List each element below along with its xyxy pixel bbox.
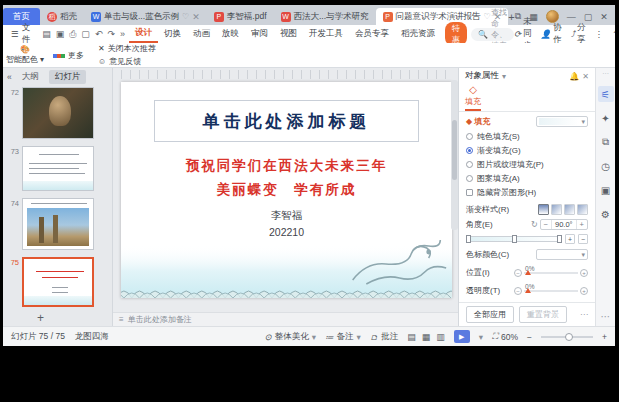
gradient-stops-slider[interactable]: + − [466, 234, 588, 244]
zoom-slider[interactable] [541, 336, 593, 338]
play-options-icon[interactable]: ▾ [479, 332, 483, 342]
menu-view[interactable]: 视图 [274, 26, 303, 42]
slide-body-text[interactable]: 预祝同学们在西法大未来三年 美丽蝶变 学有所成 [121, 154, 452, 202]
slider-handle[interactable] [525, 270, 531, 275]
overflow-chevron-icon[interactable]: » [120, 29, 125, 39]
zoom-out-button[interactable]: − [527, 332, 532, 342]
tab-document-2[interactable]: W 西法大...与学术研究 [274, 8, 376, 25]
gradient-stop-handle[interactable] [512, 235, 517, 243]
pin-bell-icon[interactable]: 🔔 [569, 72, 579, 81]
redo-icon[interactable]: ↷ [107, 29, 115, 39]
add-gradient-stop-button[interactable]: + [565, 234, 575, 244]
image-tool-icon[interactable]: ▣ [598, 182, 614, 198]
position-slider[interactable]: − 0% + [514, 269, 588, 277]
tab-active-presentation[interactable]: P 问题意识学术演讲报告 ♡ ✕ [376, 8, 509, 25]
remove-gradient-stop-button[interactable]: − [578, 234, 588, 244]
title-placeholder-box[interactable]: 单击此处添加标题 [154, 100, 419, 142]
new-slide-button[interactable]: + [37, 311, 44, 325]
fill-tab[interactable]: ◇ 填充 [465, 84, 481, 111]
command-search[interactable]: 🔍 查找命令、搜索模板 [471, 28, 514, 41]
more-tools-icon[interactable]: ⋯ [601, 311, 611, 322]
slide-72-thumbnail[interactable] [22, 87, 94, 139]
transparency-slider[interactable]: − 0% + [514, 287, 588, 295]
close-recommendation-button[interactable]: ✕ 关闭本次推荐 [98, 43, 156, 54]
gradient-stop-handle[interactable] [466, 235, 471, 243]
close-panel-icon[interactable]: ✕ [582, 72, 589, 81]
fill-option-picture[interactable]: 图片或纹理填充(P) [466, 159, 588, 170]
reset-background-button[interactable]: 重置背景 [519, 306, 567, 323]
help-clock-icon[interactable]: ◷ [598, 158, 614, 174]
gradient-track[interactable] [466, 236, 562, 242]
tab-pdf[interactable]: P 李智福.pdf [207, 8, 274, 25]
slide-editor[interactable]: 单击此处添加标题 预祝同学们在西法大未来三年 美丽蝶变 学有所成 李智福 202… [121, 82, 452, 298]
undo-icon[interactable]: ↶ [95, 29, 103, 39]
smart-color-button[interactable]: 🎨 智能配色 ▾ [3, 45, 47, 65]
angle-increase-button[interactable]: + [576, 220, 587, 229]
gradient-radial-button[interactable] [551, 204, 562, 215]
fill-option-solid[interactable]: 纯色填充(S) [466, 131, 588, 142]
menu-member[interactable]: 会员专享 [349, 26, 395, 42]
decrease-icon[interactable]: − [514, 269, 522, 277]
collapse-panel-icon[interactable]: « [7, 72, 12, 82]
hide-background-checkbox[interactable]: 隐藏背景图形(H) [466, 187, 588, 198]
notes-bar[interactable]: ≡ 单击此处添加备注 [113, 312, 458, 326]
normal-view-icon[interactable]: ▤ [407, 332, 416, 342]
menu-slideshow[interactable]: 放映 [216, 26, 245, 42]
menu-animation[interactable]: 动画 [187, 26, 216, 42]
gradient-stop-handle[interactable] [557, 235, 562, 243]
angle-value[interactable]: 90.0° [552, 220, 576, 229]
gradient-path-button[interactable] [577, 204, 588, 215]
fill-option-pattern[interactable]: 图案填充(A) [466, 173, 588, 184]
menu-docer-resources[interactable]: 稻壳资源 [395, 26, 441, 42]
slider-handle[interactable] [525, 288, 531, 293]
reading-view-icon[interactable]: ▥ [436, 332, 445, 342]
rotate-icon[interactable]: ↻ [531, 220, 538, 229]
more-schemes-button[interactable]: 更多 [53, 50, 84, 61]
menu-transitions[interactable]: 切换 [158, 26, 187, 42]
slides-tab[interactable]: 幻灯片 [49, 70, 87, 84]
zoom-fit-button[interactable]: ⛶ 60% [492, 331, 518, 342]
close-tab-icon[interactable]: ✕ [192, 12, 200, 22]
tab-docer[interactable]: 稻 稻壳 [40, 8, 84, 25]
output-icon[interactable]: ▣ [56, 29, 65, 39]
angle-spinner[interactable]: − 90.0° + [540, 219, 588, 230]
increase-icon[interactable]: + [580, 287, 588, 295]
gradient-linear-button[interactable] [538, 204, 549, 215]
zoom-in-button[interactable]: + [602, 332, 607, 342]
drag-handle-icon[interactable]: ⋯ [602, 70, 609, 78]
zoom-slider-handle[interactable] [565, 333, 573, 341]
settings-gear-icon[interactable]: ⚙ [598, 206, 614, 222]
apply-to-all-button[interactable]: 全部应用 [466, 306, 514, 323]
slide-sorter-view-icon[interactable]: ▦ [422, 332, 431, 342]
preview-icon[interactable]: ▢ [81, 29, 90, 39]
angle-decrease-button[interactable]: − [541, 220, 552, 229]
fill-color-dropdown[interactable]: ▾ [536, 116, 588, 127]
increase-icon[interactable]: + [580, 269, 588, 277]
slide-75-thumbnail-selected[interactable] [22, 257, 94, 307]
tab-document-1[interactable]: W 单击与级...蓝色示例 ♡ ✕ [84, 8, 207, 25]
menu-design[interactable]: 设计 [129, 25, 158, 43]
slide-74-thumbnail[interactable] [22, 198, 94, 250]
feedback-button[interactable]: ☺ 意见反馈 [98, 56, 156, 67]
play-slideshow-button[interactable]: ▶ [454, 330, 470, 343]
fill-option-gradient[interactable]: 渐变填充(G) [466, 145, 588, 156]
object-properties-icon[interactable]: ⚟ [598, 86, 614, 102]
outline-tab[interactable]: 大纲 [16, 70, 45, 84]
more-menu-icon[interactable]: ⋮ [594, 29, 603, 39]
vertical-scrollbar[interactable] [451, 80, 458, 230]
favorite-icon[interactable]: ♡ [182, 12, 189, 21]
slide-73-thumbnail[interactable] [22, 146, 94, 191]
comments-button[interactable]: 🗅 批注 [370, 331, 399, 343]
menu-review[interactable]: 审阅 [245, 26, 274, 42]
panel-dropdown-icon[interactable]: ▾ [502, 72, 506, 81]
notes-toggle-button[interactable]: ≔ 备注▾ [325, 331, 361, 343]
save-icon[interactable]: ▤ [42, 29, 51, 39]
favorite-icon[interactable]: ♡ [484, 12, 491, 21]
effects-star-icon[interactable]: ✦ [598, 110, 614, 126]
stop-color-dropdown[interactable]: ▾ [536, 249, 588, 260]
print-icon[interactable]: ⎙ [69, 29, 76, 40]
gradient-rect-button[interactable] [564, 204, 575, 215]
collapse-ribbon-icon[interactable]: ⌃ [612, 29, 615, 39]
panel-more-dots-icon[interactable]: ⋯ [580, 310, 588, 319]
beautify-button[interactable]: ⊙ 整体美化▾ [265, 331, 316, 343]
